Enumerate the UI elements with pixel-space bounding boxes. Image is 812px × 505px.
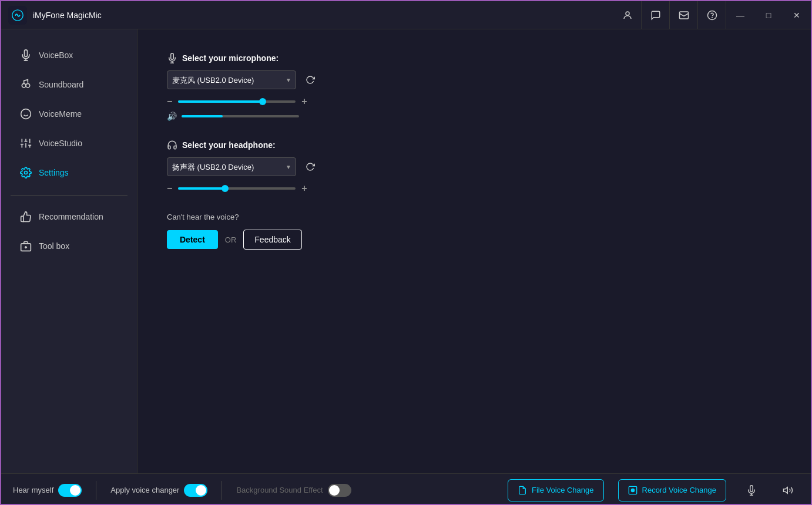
microphone-label: Select your microphone: (167, 53, 781, 63)
detect-button[interactable]: Detect (167, 230, 218, 249)
headphone-select-wrapper[interactable]: 扬声器 (USB2.0 Device) (167, 157, 296, 176)
microphone-level-fill (182, 115, 223, 117)
sidebar-item-settings[interactable]: Settings (6, 159, 132, 187)
cant-hear-section: Can't hear the voice? Detect OR Feedback (167, 213, 781, 250)
sidebar-item-voicememe[interactable]: VoiceMeme (6, 100, 132, 128)
background-sound-effect-knob (329, 485, 340, 496)
microphone-slider-fill (178, 100, 263, 103)
microphone-slider-track[interactable] (178, 100, 296, 103)
svg-point-19 (25, 171, 28, 174)
hp-plus-label: + (301, 183, 307, 194)
hear-myself-toggle[interactable] (58, 484, 82, 497)
headphone-label: Select your headphone: (167, 140, 781, 150)
apply-voice-changer-label: Apply voice changer (110, 486, 179, 494)
close-btn[interactable]: ✕ (783, 1, 811, 29)
hear-myself-knob (70, 485, 80, 496)
file-voice-change-icon (518, 486, 527, 495)
app-title: iMyFone MagicMic (33, 11, 102, 20)
microphone-slider-thumb[interactable] (259, 98, 266, 105)
microphone-icon-btn[interactable] (740, 479, 763, 501)
divider-2 (222, 481, 222, 500)
sidebar-item-recommendation[interactable]: Recommendation (6, 203, 132, 231)
headphone-refresh-btn[interactable] (302, 159, 318, 175)
headphone-select[interactable]: 扬声器 (USB2.0 Device) (167, 157, 296, 176)
headphone-slider-thumb[interactable] (222, 185, 229, 192)
sidebar-label-voicememe: VoiceMeme (39, 109, 82, 119)
help-icon-btn[interactable] (698, 1, 726, 29)
email-icon-btn[interactable] (670, 1, 698, 29)
cant-hear-text: Can't hear the voice? (167, 213, 781, 221)
microphone-select-wrapper[interactable]: 麦克风 (USB2.0 Device) (167, 70, 296, 89)
microphone-select[interactable]: 麦克风 (USB2.0 Device) (167, 70, 296, 89)
microphone-device-row: 麦克风 (USB2.0 Device) (167, 70, 781, 89)
bottom-bar: Hear myself Apply voice changer Backgrou… (1, 473, 811, 505)
svg-rect-2 (679, 12, 688, 19)
sidebar-item-voicebox[interactable]: VoiceBox (6, 41, 132, 69)
headphone-volume-row: − + (167, 183, 781, 194)
svg-point-4 (712, 17, 712, 18)
main-content: Select your microphone: 麦克风 (USB2.0 Devi… (137, 29, 811, 473)
svg-point-6 (26, 83, 30, 87)
chat-icon-btn[interactable] (642, 1, 670, 29)
detect-row: Detect OR Feedback (167, 230, 781, 250)
mic-plus-label: + (301, 96, 307, 107)
background-sound-effect-group: Background Sound Effect (236, 484, 351, 497)
background-sound-effect-label: Background Sound Effect (236, 486, 323, 494)
mic-level-icon: 🔊 (167, 112, 177, 121)
record-voice-change-button[interactable]: Record Voice Change (618, 479, 726, 501)
background-sound-effect-toggle[interactable] (328, 484, 351, 497)
or-label: OR (225, 235, 237, 244)
svg-point-1 (626, 12, 629, 15)
microphone-refresh-btn[interactable] (302, 72, 318, 88)
divider-1 (96, 481, 96, 500)
record-voice-change-label: Record Voice Change (642, 486, 716, 494)
sidebar-label-soundboard: Soundboard (39, 80, 83, 89)
file-voice-change-button[interactable]: File Voice Change (508, 479, 604, 501)
hear-myself-group: Hear myself (13, 484, 82, 497)
speaker-icon-btn[interactable] (777, 479, 799, 501)
maximize-btn[interactable]: □ (754, 1, 783, 29)
title-bar-controls: — □ ✕ (613, 1, 811, 29)
file-voice-change-label: File Voice Change (532, 486, 594, 494)
microphone-level-row: 🔊 (167, 112, 781, 121)
hp-minus-label: − (167, 183, 172, 194)
sidebar-item-toolbox[interactable]: Tool box (6, 232, 132, 260)
svg-marker-25 (784, 487, 788, 493)
sidebar-label-voicebox: VoiceBox (39, 51, 73, 60)
sidebar-label-toolbox: Tool box (39, 241, 69, 251)
svg-point-24 (631, 489, 634, 491)
title-bar: iMyFone MagicMic — □ ✕ (1, 1, 811, 29)
sidebar-item-soundboard[interactable]: Soundboard (6, 70, 132, 99)
sidebar-item-voicestudio[interactable]: VoiceStudio (6, 129, 132, 157)
headphone-slider-fill (178, 187, 225, 190)
sidebar-label-settings: Settings (39, 168, 69, 177)
user-icon-btn[interactable] (613, 1, 642, 29)
hear-myself-label: Hear myself (13, 486, 53, 494)
apply-voice-changer-knob (196, 485, 206, 496)
sidebar-label-recommendation: Recommendation (39, 212, 103, 221)
microphone-level-track (182, 115, 299, 117)
microphone-section: Select your microphone: 麦克风 (USB2.0 Devi… (167, 53, 781, 121)
headphone-device-row: 扬声器 (USB2.0 Device) (167, 157, 781, 176)
apply-voice-changer-group: Apply voice changer (110, 484, 207, 497)
sidebar: VoiceBox Soundboard VoiceMeme (1, 29, 137, 473)
microphone-volume-row: − + (167, 96, 781, 107)
feedback-button[interactable]: Feedback (243, 230, 301, 250)
apply-voice-changer-toggle[interactable] (184, 484, 207, 497)
app-logo (8, 6, 27, 25)
svg-point-7 (21, 109, 31, 119)
minimize-btn[interactable]: — (726, 1, 754, 29)
sidebar-divider (11, 195, 127, 196)
mic-minus-label: − (167, 96, 172, 107)
app-layout: VoiceBox Soundboard VoiceMeme (1, 29, 811, 473)
record-voice-change-icon (628, 486, 637, 495)
svg-point-5 (22, 83, 26, 87)
headphone-section: Select your headphone: 扬声器 (USB2.0 Devic… (167, 140, 781, 194)
headphone-slider-track[interactable] (178, 187, 296, 190)
sidebar-label-voicestudio: VoiceStudio (39, 139, 82, 148)
